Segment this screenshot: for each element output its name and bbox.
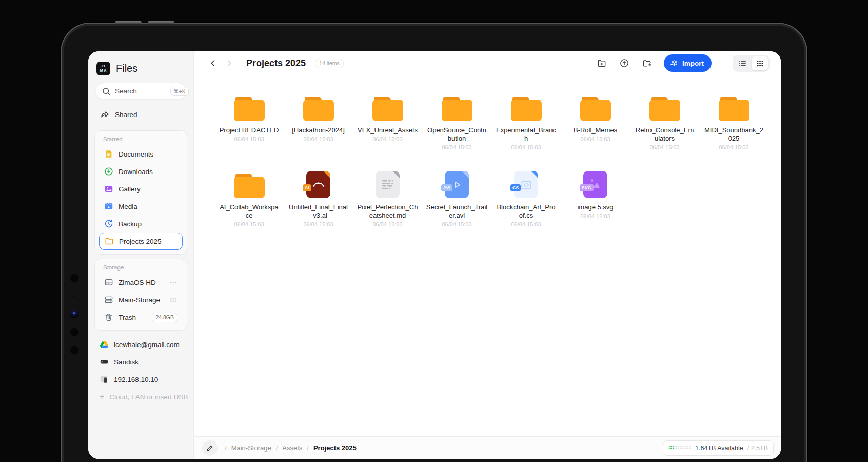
media-icon — [104, 202, 113, 211]
file-tile[interactable]: OpenSource_Contribution 06/04 15:03 — [422, 94, 491, 171]
breadcrumb-separator: / — [225, 444, 227, 452]
breadcrumb-current: Projects 2025 — [313, 444, 357, 452]
page-title: Projects 2025 — [246, 58, 306, 69]
folder-icon — [303, 97, 334, 121]
file-tile[interactable]: B-Roll_Memes 06/04 15:03 — [561, 94, 630, 171]
sidebar-item-label: Gallery — [119, 185, 141, 193]
ai-file-icon: AI — [306, 171, 330, 198]
sidebar-item-main-storage[interactable]: Main-Storage — [99, 291, 183, 309]
drag-grip-dots[interactable] — [170, 298, 177, 302]
file-name: Secret_Launch_Trailer.avi — [426, 203, 488, 220]
capacity-available: 1.64TB Available — [695, 445, 743, 452]
network-device-icon — [100, 375, 109, 384]
sidebar-item-downloads[interactable]: Downloads — [99, 163, 183, 180]
file-tile[interactable]: MIDI_Soundbank_2025 06/04 15:03 — [699, 94, 768, 171]
sidebar-item-network-device[interactable]: 192.168.10.10 — [94, 371, 187, 388]
sidebar-item-label: Sandisk — [114, 358, 139, 366]
trash-icon — [104, 313, 113, 322]
file-tile[interactable]: [Hackathon-2024] 06/04 15:03 — [284, 94, 353, 171]
tablet-volume-button — [148, 21, 174, 24]
sidebar-item-sandisk[interactable]: Sandisk — [94, 353, 187, 371]
file-tile[interactable]: VFX_Unreal_Assets 06/04 15:03 — [353, 94, 422, 171]
file-tile[interactable]: Experimental_Branch 06/04 15:03 — [491, 94, 561, 171]
file-name: OpenSource_Contribution — [426, 126, 488, 143]
file-type-badge: CS — [510, 184, 521, 191]
sidebar-item-projects-2025[interactable]: Projects 2025 — [99, 233, 183, 250]
file-tile[interactable]: AVI Secret_Launch_Trailer.avi 06/04 15:0… — [422, 171, 491, 248]
items-count-badge: 14 items — [315, 59, 344, 68]
pencil-icon — [206, 444, 214, 452]
bezel-sensor — [73, 295, 75, 297]
file-tile[interactable]: SVG image 5.svg 06/04 15:03 — [561, 171, 630, 248]
google-drive-icon — [100, 340, 109, 349]
folder-move-icon — [642, 58, 652, 68]
rename-path-button[interactable] — [202, 440, 218, 456]
folder-icon — [719, 97, 749, 121]
section-title: Storage — [99, 263, 183, 274]
file-tile[interactable]: CS Blockchain_Art_Proof.cs 06/04 15:03 — [491, 171, 561, 248]
status-bar: / Main-Storage / Assets / Projects 2025 … — [194, 436, 781, 459]
file-name: MIDI_Soundbank_2025 — [703, 126, 765, 143]
folder-icon — [234, 174, 265, 198]
upload-circle-icon — [619, 58, 629, 68]
drag-grip-dots[interactable] — [170, 281, 177, 284]
file-type-badge: AI — [303, 184, 311, 191]
sidebar-item-google-drive[interactable]: icewhale@gmail.com — [94, 336, 187, 353]
folder-icon — [511, 97, 542, 121]
file-tile[interactable]: Project REDACTED 06/04 15:03 — [214, 94, 284, 171]
app-title: Files — [116, 63, 137, 74]
section-title: Starred — [99, 135, 183, 145]
svg-image-icon: SVG — [583, 171, 607, 198]
file-date: 06/04 15:03 — [719, 144, 748, 150]
file-name: Retro_Console_Emulators — [634, 126, 696, 143]
code-file-icon: CS — [514, 171, 538, 198]
zima-logo: ZI MA — [96, 62, 110, 75]
share-arrow-icon — [101, 110, 110, 119]
file-tile[interactable]: AI Untitled_Final_Final_v3.ai 06/04 15:0… — [284, 171, 353, 248]
file-date: 06/04 15:03 — [372, 221, 402, 227]
sidebar-item-zimaos-hd[interactable]: ZimaOS HD — [99, 274, 183, 291]
file-date: 06/04 15:03 — [303, 221, 333, 227]
sidebar-item-media[interactable]: Media — [99, 198, 183, 215]
file-tile[interactable]: Pixel_Perfection_Cheatsheet.md 06/04 15:… — [353, 171, 422, 248]
breadcrumb-item[interactable]: Assets — [282, 444, 302, 452]
sidebar-item-documents[interactable]: Documents — [99, 145, 183, 163]
sidebar-item-label: Main-Storage — [119, 296, 160, 304]
add-source-label: Cloud, LAN or insert USB — [109, 393, 188, 401]
sidebar-item-shared[interactable]: Shared — [95, 106, 186, 123]
sidebar-item-backup[interactable]: Backup — [99, 215, 183, 233]
import-button[interactable]: Import — [664, 54, 712, 72]
file-date: 06/04 15:03 — [442, 221, 471, 227]
back-button[interactable] — [207, 57, 219, 69]
usb-drive-icon — [100, 357, 109, 367]
sidebar-item-trash[interactable]: Trash 24.8GB — [99, 309, 183, 326]
list-view-button[interactable] — [734, 56, 751, 70]
sidebar-item-label: icewhale@gmail.com — [114, 341, 180, 349]
toolbar: Projects 2025 14 items Import — [194, 51, 781, 75]
file-date: 06/04 15:03 — [511, 221, 541, 227]
search-box[interactable]: ⌘+K — [95, 83, 186, 100]
file-tile[interactable]: Retro_Console_Emulators 06/04 15:03 — [630, 94, 699, 171]
file-name: Pixel_Perfection_Cheatsheet.md — [357, 203, 419, 220]
file-name: B-Roll_Memes — [565, 126, 626, 134]
file-date: 06/04 15:03 — [511, 144, 541, 150]
bezel-camera — [70, 273, 79, 282]
new-folder-button[interactable] — [593, 54, 610, 72]
file-name: Blockchain_Art_Proof.cs — [496, 203, 557, 220]
file-tile[interactable]: AI_Collab_Workspace 06/04 15:03 — [214, 171, 284, 248]
sidebar: ZI MA Files ⌘+K Shared Starred Document — [88, 51, 194, 459]
upload-button[interactable] — [616, 54, 633, 72]
sidebar-item-label: Downloads — [119, 168, 153, 176]
import-label: Import — [682, 60, 704, 67]
document-icon — [104, 149, 113, 159]
sidebar-item-gallery[interactable]: Gallery — [99, 180, 183, 198]
grid-view-button[interactable] — [752, 56, 768, 70]
tablet-frame: ZI MA Files ⌘+K Shared Starred Document — [61, 23, 807, 462]
breadcrumb-item[interactable]: Main-Storage — [231, 444, 271, 452]
forward-button[interactable] — [224, 57, 235, 69]
search-input[interactable] — [115, 87, 166, 95]
add-source-button[interactable]: + Cloud, LAN or insert USB — [94, 388, 187, 406]
folder-plus-icon — [597, 58, 607, 68]
trash-size-badge: 24.8GB — [152, 313, 177, 322]
move-to-button[interactable] — [638, 54, 656, 72]
